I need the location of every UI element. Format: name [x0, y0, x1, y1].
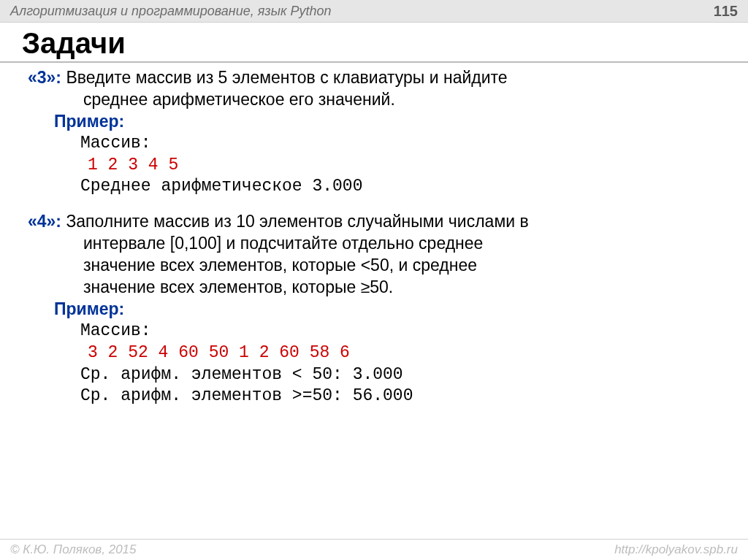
page-number: 115 — [714, 3, 738, 20]
footer-copyright: © К.Ю. Поляков, 2015 — [10, 542, 137, 557]
content: «3»: Введите массив из 5 элементов с кла… — [0, 67, 748, 407]
task-4-line1: «4»: Заполните массив из 10 элементов сл… — [28, 211, 720, 233]
task-4-text3: значение всех элементов, которые <50, и … — [28, 255, 720, 277]
task-4-mono3: Ср. арифм. элементов < 50: 3.000 — [28, 364, 720, 386]
task-4-mono1: Массив: — [28, 321, 720, 342]
footer-bar: © К.Ю. Поляков, 2015 http://kpolyakov.sp… — [0, 539, 748, 560]
task-4-mono2: 3 2 52 4 60 50 1 2 60 58 6 — [28, 342, 720, 364]
footer-url: http://kpolyakov.spb.ru — [614, 542, 738, 557]
task-4-mono4: Ср. арифм. элементов >=50: 56.000 — [28, 386, 720, 407]
task-3-mono1: Массив: — [28, 133, 720, 155]
task-3-line1: «3»: Введите массив из 5 элементов с кла… — [28, 67, 720, 89]
task-4: «4»: Заполните массив из 10 элементов сл… — [28, 211, 720, 407]
slide: Алгоритмизация и программирование, язык … — [0, 0, 748, 560]
task-3-example-label: Пример: — [28, 111, 720, 133]
task-4-text1: Заполните массив из 10 элементов случайн… — [61, 212, 529, 231]
task-3-mono2: 1 2 3 4 5 — [28, 155, 720, 177]
task-3-text1: Введите массив из 5 элементов с клавиату… — [61, 68, 508, 87]
task-4-example-label: Пример: — [28, 299, 720, 321]
course-title: Алгоритмизация и программирование, язык … — [10, 4, 331, 19]
task-4-text2: интервале [0,100] и подсчитайте отдельно… — [28, 233, 720, 255]
task-3: «3»: Введите массив из 5 элементов с кла… — [28, 67, 720, 198]
task-3-mono3: Среднее арифметическое 3.000 — [28, 176, 720, 198]
task-3-text2: среднее арифметическое его значений. — [28, 89, 720, 111]
task-4-label: «4»: — [28, 212, 61, 231]
page-title: Задачи — [0, 23, 748, 63]
task-4-text4: значение всех элементов, которые ≥50. — [28, 277, 720, 299]
header-bar: Алгоритмизация и программирование, язык … — [0, 0, 748, 23]
task-3-label: «3»: — [28, 68, 61, 87]
